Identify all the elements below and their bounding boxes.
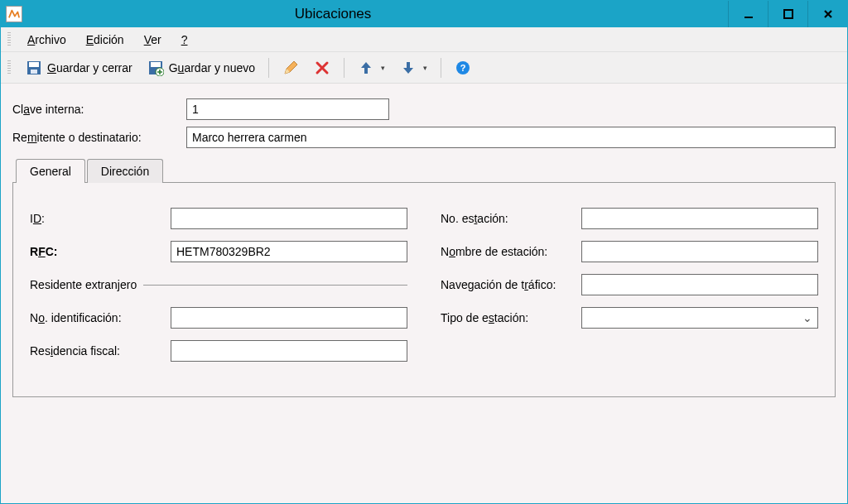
- input-nombre-estacion[interactable]: [581, 241, 818, 262]
- menubar: Archivo Edición Ver ?: [1, 27, 847, 52]
- move-down-button[interactable]: ▾: [395, 58, 432, 78]
- form-area: Clave interna: Remitente o destinatario:…: [1, 84, 847, 503]
- arrow-up-icon: [358, 60, 374, 76]
- toolbar-separator: [268, 58, 269, 78]
- delete-button[interactable]: [309, 58, 335, 78]
- row-remitente: Remitente o destinatario:: [12, 127, 836, 148]
- label-clave: Clave interna:: [12, 103, 186, 116]
- window: Ubicaciones Archivo Edición Ver ? Guarda…: [0, 0, 848, 504]
- col-right: No. estación: Nombre de estación: Navega…: [441, 198, 818, 372]
- menu-help[interactable]: ?: [173, 31, 196, 48]
- move-up-button[interactable]: ▾: [353, 58, 390, 78]
- input-id[interactable]: [171, 208, 407, 229]
- input-no-estacion[interactable]: [581, 208, 818, 229]
- input-clave[interactable]: [186, 98, 389, 120]
- toolbar-separator: [441, 58, 441, 78]
- save-new-label: ardar y nuevo: [184, 61, 255, 74]
- save-close-button[interactable]: Guardar y cerrar: [21, 58, 137, 78]
- menu-ver[interactable]: Ver: [136, 31, 170, 48]
- label-no-estacion: No. estación:: [441, 212, 581, 225]
- tab-panel-general: ID: RFC: Residente extranjero No. identi…: [12, 182, 836, 397]
- label-remitente: Remitente o destinatario:: [12, 131, 186, 144]
- delete-x-icon: [314, 60, 330, 76]
- section-label: Residente extranjero: [30, 278, 137, 291]
- label-nombre-estacion: Nombre de estación:: [441, 245, 581, 258]
- section-residente-extranjero: Residente extranjero: [30, 272, 407, 297]
- tab-general[interactable]: General: [16, 159, 85, 183]
- col-left: ID: RFC: Residente extranjero No. identi…: [30, 198, 407, 372]
- menu-edicion-label: dición: [94, 33, 124, 46]
- help-icon: ?: [455, 60, 471, 76]
- tabstrip: General Dirección: [12, 158, 836, 182]
- app-icon: [6, 6, 22, 22]
- row-clave: Clave interna:: [12, 98, 836, 120]
- chevron-down-icon: ▾: [381, 64, 385, 72]
- menu-archivo[interactable]: Archivo: [19, 31, 75, 48]
- label-rfc: RFC:: [30, 245, 171, 258]
- arrow-down-icon: [400, 60, 417, 76]
- save-icon: [26, 60, 42, 76]
- window-controls: [728, 1, 847, 27]
- section-line: [143, 285, 407, 286]
- input-no-ident[interactable]: [171, 307, 407, 329]
- window-title: Ubicaciones: [29, 6, 637, 22]
- input-residencia-fiscal[interactable]: [171, 340, 407, 362]
- minimize-button[interactable]: [728, 1, 768, 27]
- chevron-down-icon: ⌄: [802, 311, 812, 324]
- toolbar: Guardar y cerrar Guardar y nuevo ▾: [1, 52, 847, 84]
- input-nav-trafico[interactable]: [581, 274, 818, 295]
- menu-edicion[interactable]: Edición: [78, 31, 132, 48]
- toolbar-grip-2: [7, 60, 11, 75]
- pencil-icon: [282, 60, 299, 76]
- svg-rect-6: [151, 62, 161, 67]
- save-close-label: uardar y cerrar: [56, 61, 132, 74]
- label-no-ident: No. identificación:: [30, 311, 171, 324]
- input-remitente[interactable]: [186, 127, 836, 148]
- titlebar: Ubicaciones: [1, 1, 847, 27]
- svg-text:?: ?: [460, 63, 466, 73]
- label-nav-trafico: Navegación de tráfico:: [441, 278, 581, 291]
- edit-button[interactable]: [277, 58, 304, 78]
- svg-rect-3: [29, 62, 39, 67]
- label-id: ID:: [30, 212, 171, 225]
- maximize-button[interactable]: [768, 1, 807, 27]
- close-button[interactable]: [807, 1, 847, 27]
- tab-direccion[interactable]: Dirección: [87, 159, 163, 183]
- svg-rect-4: [31, 70, 37, 74]
- svg-rect-0: [744, 17, 753, 18]
- label-residencia-fiscal: Residencia fiscal:: [30, 344, 171, 358]
- help-button[interactable]: ?: [450, 58, 476, 78]
- menu-ver-label: er: [151, 33, 161, 46]
- save-new-icon: [147, 60, 164, 76]
- save-new-button[interactable]: Guardar y nuevo: [142, 58, 260, 78]
- toolbar-grip: [7, 32, 11, 47]
- chevron-down-icon: ▾: [423, 64, 427, 72]
- input-rfc[interactable]: [171, 241, 407, 262]
- label-tipo-estacion: Tipo de estación:: [441, 311, 581, 324]
- svg-rect-1: [784, 10, 793, 18]
- menu-archivo-label: rchivo: [35, 33, 65, 46]
- toolbar-separator: [344, 58, 344, 78]
- select-tipo-estacion[interactable]: ⌄: [581, 307, 818, 329]
